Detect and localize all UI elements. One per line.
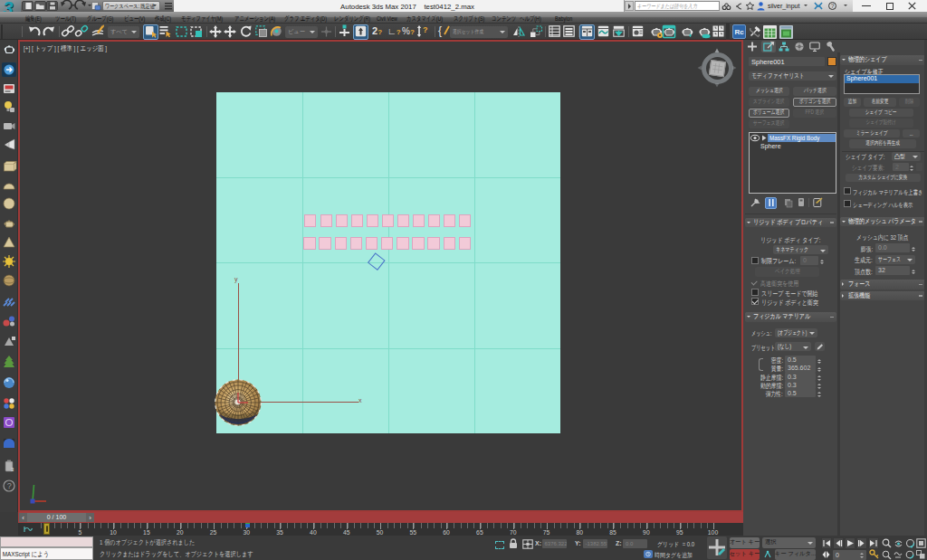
svg-text:3: 3 (11, 467, 14, 472)
svg-text:?: ? (7, 481, 12, 490)
svg-text:?: ? (831, 3, 835, 9)
